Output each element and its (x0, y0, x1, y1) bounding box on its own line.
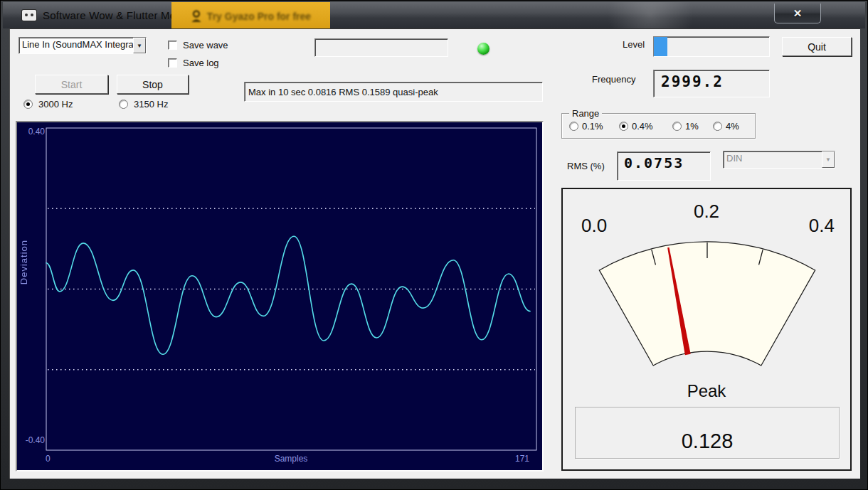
range-01-row: 0.1% (569, 121, 603, 132)
range-4-radio[interactable] (713, 122, 722, 131)
frequency-field: 2999.2 (653, 70, 770, 97)
range-1-label: 1% (685, 121, 699, 132)
close-button[interactable]: ✕ (774, 4, 821, 23)
y-max-label: 0.40 (25, 127, 45, 137)
person-icon (191, 10, 202, 23)
app-window: Software Wow & Flutter Meter Try Gyazo P… (0, 0, 868, 490)
cassette-reel-icon (25, 14, 28, 16)
weighting-select[interactable]: DIN ▼ (723, 151, 835, 169)
freq-3000-row: 3000 Hz (23, 99, 73, 110)
promo-text: Try Gyazo Pro for free (207, 11, 311, 22)
rms-field: 0.0753 (617, 151, 711, 181)
freq-3150-radio[interactable] (119, 100, 128, 109)
save-log-row: Save log (168, 58, 219, 68)
x-axis-title: Samples (259, 454, 323, 464)
level-progressbar (653, 36, 770, 57)
filename-input[interactable] (314, 38, 448, 57)
save-log-label: Save log (183, 58, 219, 68)
analog-meter-panel: 0.0 0.2 0.4 Peak 0.128 (561, 188, 852, 471)
x-max-label: 171 (515, 454, 529, 464)
app-icon (22, 10, 36, 21)
level-progress-fill (654, 37, 667, 56)
range-04-radio[interactable] (619, 122, 628, 131)
y-min-label: -0.40 (20, 435, 45, 445)
chevron-down-icon: ▼ (822, 151, 835, 168)
save-log-checkbox[interactable] (168, 58, 177, 68)
save-wave-label: Save wave (183, 40, 228, 50)
input-device-select[interactable]: Line In (SoundMAX Integra ▼ (18, 37, 147, 54)
status-text: Max in 10 sec 0.0816 RMS 0.1589 quasi-pe… (248, 87, 438, 97)
peak-value: 0.128 (682, 430, 734, 458)
cassette-reel-icon (31, 14, 33, 16)
status-led-icon (477, 43, 489, 55)
range-4-row: 4% (713, 121, 739, 132)
save-wave-checkbox[interactable] (168, 41, 177, 50)
waveform-plot (17, 122, 542, 470)
level-label: Level (623, 39, 645, 50)
weighting-value: DIN (724, 151, 822, 168)
freq-3000-radio[interactable] (23, 100, 33, 109)
range-01-label: 0.1% (582, 121, 603, 132)
x-min-label: 0 (46, 454, 51, 464)
deviation-chart: 0.40 -0.40 0 Samples 171 Deviation (16, 121, 544, 472)
freq-3150-row: 3150 Hz (119, 99, 168, 110)
freq-3000-label: 3000 Hz (38, 99, 73, 110)
range-1-row: 1% (672, 121, 699, 132)
range-04-row: 0.4% (619, 121, 653, 132)
window-title: Software Wow & Flutter Meter (43, 9, 189, 21)
rms-value: 0.0753 (624, 154, 684, 171)
frequency-label: Frequency (592, 74, 635, 85)
freq-3150-label: 3150 Hz (134, 99, 168, 110)
stop-button[interactable]: Stop (117, 75, 189, 94)
range-01-radio[interactable] (569, 122, 578, 131)
client-area: Line In (SoundMAX Integra ▼ Save wave Sa… (9, 28, 860, 479)
peak-value-box: 0.128 (575, 407, 840, 459)
range-1-radio[interactable] (672, 122, 682, 131)
input-device-value: Line In (SoundMAX Integra (19, 38, 133, 53)
range-groupbox: Range 0.1% 0.4% 1% 4% (561, 113, 756, 139)
range-group-label: Range (569, 108, 602, 119)
range-04-label: 0.4% (632, 121, 653, 132)
save-wave-row: Save wave (168, 40, 228, 50)
title-bar[interactable]: Software Wow & Flutter Meter Try Gyazo P… (3, 2, 865, 28)
promo-badge[interactable]: Try Gyazo Pro for free (171, 2, 330, 30)
peak-label: Peak (563, 381, 850, 401)
y-axis-title: Deviation (18, 240, 28, 284)
frequency-value: 2999.2 (661, 73, 724, 90)
quit-button[interactable]: Quit (782, 37, 852, 56)
status-field: Max in 10 sec 0.0816 RMS 0.1589 quasi-pe… (244, 82, 543, 102)
start-button[interactable]: Start (35, 75, 108, 94)
range-4-label: 4% (726, 121, 739, 132)
chevron-down-icon[interactable]: ▼ (133, 38, 146, 53)
rms-label: RMS (%) (567, 161, 605, 171)
